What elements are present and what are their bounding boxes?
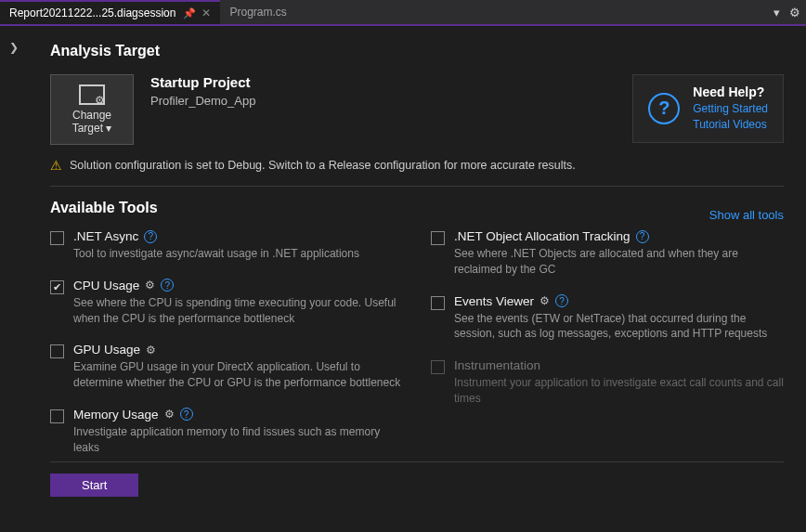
help-title: Need Help? bbox=[693, 84, 768, 99]
tool-desc: Tool to investigate async/await usage in… bbox=[73, 246, 403, 262]
gear-icon[interactable]: ⚙ bbox=[146, 344, 156, 357]
tool-net-async: .NET Async ? Tool to investigate async/a… bbox=[50, 229, 403, 262]
checkbox-events-viewer[interactable] bbox=[431, 296, 445, 310]
info-icon[interactable]: ? bbox=[161, 279, 174, 292]
show-all-tools-link[interactable]: Show all tools bbox=[709, 208, 784, 222]
gear-icon[interactable]: ⚙ bbox=[540, 294, 550, 307]
tool-name: .NET Async bbox=[73, 229, 138, 243]
tab-bar: Report20211222...25.diagsession 📌 ✕ Prog… bbox=[0, 0, 806, 26]
project-name: Profiler_Demo_App bbox=[150, 94, 255, 108]
tool-name: GPU Usage bbox=[73, 343, 140, 357]
info-icon[interactable]: ? bbox=[555, 294, 568, 307]
info-icon[interactable]: ? bbox=[636, 230, 649, 243]
tab-diagsession[interactable]: Report20211222...25.diagsession 📌 ✕ bbox=[0, 0, 220, 24]
help-panel: ? Need Help? Getting Started Tutorial Vi… bbox=[632, 74, 784, 143]
tool-memory-usage: Memory Usage ⚙ ? Investigate application… bbox=[50, 408, 403, 456]
tool-desc: See where the CPU is spending time execu… bbox=[73, 295, 403, 327]
gear-icon[interactable]: ⚙ bbox=[164, 408, 175, 421]
change-target-label2: Target ▾ bbox=[72, 122, 112, 135]
checkbox-net-alloc[interactable] bbox=[431, 231, 445, 245]
tool-name: .NET Object Allocation Tracking bbox=[454, 229, 630, 243]
gear-icon[interactable]: ⚙ bbox=[145, 279, 155, 292]
tab-program-cs[interactable]: Program.cs bbox=[220, 0, 295, 24]
dropdown-icon[interactable]: ▾ bbox=[774, 6, 780, 19]
tool-net-alloc: .NET Object Allocation Tracking ? See wh… bbox=[431, 229, 784, 278]
warning-row: ⚠ Solution configuration is set to Debug… bbox=[50, 158, 784, 173]
available-tools-heading: Available Tools bbox=[50, 200, 158, 216]
tool-name: Instrumentation bbox=[454, 358, 540, 372]
help-icon: ? bbox=[648, 93, 680, 124]
project-info: Startup Project Profiler_Demo_App bbox=[150, 74, 255, 108]
info-icon[interactable]: ? bbox=[144, 230, 157, 243]
info-icon[interactable]: ? bbox=[180, 408, 193, 421]
chevron-right-icon[interactable]: ❯ bbox=[9, 41, 19, 54]
target-icon bbox=[79, 84, 105, 105]
tool-events-viewer: Events Viewer ⚙ ? See the events (ETW or… bbox=[431, 294, 784, 343]
tool-name: Memory Usage bbox=[73, 408, 159, 422]
checkbox-cpu-usage[interactable] bbox=[50, 280, 64, 294]
tool-cpu-usage: CPU Usage ⚙ ? See where the CPU is spend… bbox=[50, 279, 403, 327]
tool-desc: See the events (ETW or NetTrace) that oc… bbox=[454, 311, 784, 343]
checkbox-memory-usage[interactable] bbox=[50, 409, 64, 423]
tutorial-videos-link[interactable]: Tutorial Videos bbox=[693, 117, 768, 133]
checkbox-net-async[interactable] bbox=[50, 231, 64, 245]
tool-instrumentation: Instrumentation Instrument your applicat… bbox=[431, 358, 784, 407]
warning-icon: ⚠ bbox=[50, 158, 62, 173]
start-button[interactable]: Start bbox=[50, 474, 138, 497]
change-target-label1: Change bbox=[72, 109, 112, 122]
analysis-target-heading: Analysis Target bbox=[50, 43, 784, 59]
getting-started-link[interactable]: Getting Started bbox=[693, 101, 768, 117]
gear-icon[interactable]: ⚙ bbox=[789, 6, 800, 19]
checkbox-instrumentation bbox=[431, 360, 445, 374]
change-target-button[interactable]: Change Target ▾ bbox=[50, 74, 134, 145]
tool-gpu-usage: GPU Usage ⚙ Examine GPU usage in your Di… bbox=[50, 343, 403, 391]
tool-desc: Instrument your application to investiga… bbox=[454, 375, 784, 407]
checkbox-gpu-usage[interactable] bbox=[50, 344, 64, 358]
close-icon[interactable]: ✕ bbox=[202, 6, 211, 19]
divider bbox=[50, 186, 784, 187]
tab-label: Program.cs bbox=[229, 6, 286, 19]
tool-desc: Investigate application memory to find i… bbox=[73, 424, 403, 456]
warning-text: Solution configuration is set to Debug. … bbox=[70, 159, 576, 172]
tool-name: CPU Usage bbox=[73, 279, 139, 292]
tool-desc: Examine GPU usage in your DirectX applic… bbox=[73, 359, 403, 391]
project-title: Startup Project bbox=[150, 74, 255, 90]
tool-desc: See where .NET Objects are allocated and… bbox=[454, 246, 784, 278]
tool-name: Events Viewer bbox=[454, 294, 534, 308]
tab-label: Report20211222...25.diagsession bbox=[9, 6, 176, 19]
pin-icon[interactable]: 📌 bbox=[183, 7, 196, 19]
